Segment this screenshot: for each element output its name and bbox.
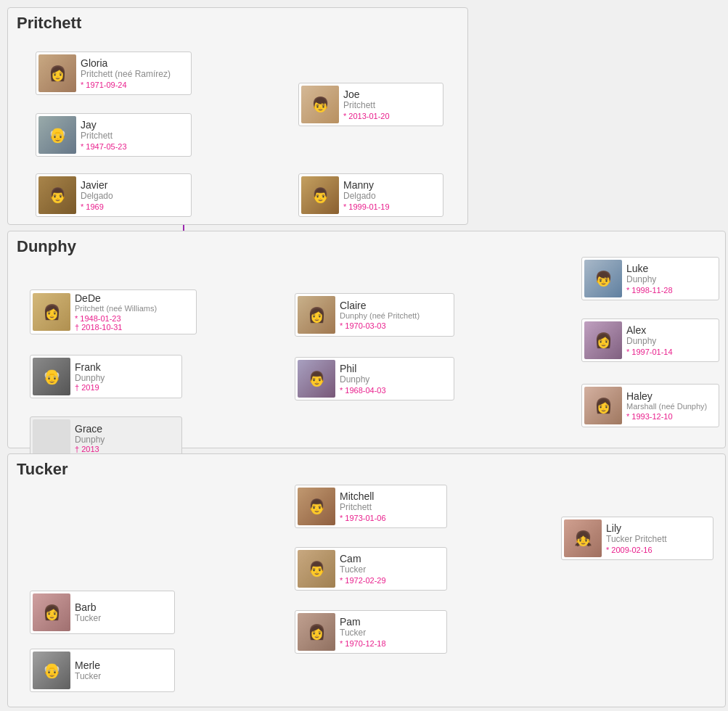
phil-card[interactable]: 👨 Phil Dunphy * 1968-04-03 [295,357,454,400]
lily-surname: Tucker Pritchett [606,534,667,544]
mitchell-card[interactable]: 👨 Mitchell Pritchett * 1973-01-06 [295,485,447,528]
pam-surname: Tucker [340,628,386,638]
alex-birth: * 1997-01-14 [626,348,673,356]
gloria-card[interactable]: 👩 Gloria Pritchett (neé Ramírez) * 1971-… [36,52,192,95]
jay-name: Jay [81,119,127,131]
dede-surname: Pritchett (neé Williams) [75,304,157,313]
alex-card[interactable]: 👩 Alex Dunphy * 1997-01-14 [581,318,719,362]
merle-name: Merle [75,659,101,671]
haley-birth: * 1993-12-10 [626,412,707,421]
cam-birth: * 1972-02-29 [340,576,386,585]
javier-birth: * 1969 [81,202,113,211]
haley-name: Haley [626,390,707,402]
tucker-title: Tucker [17,460,68,479]
jay-photo: 👴 [38,116,76,154]
jay-surname: Pritchett [81,131,127,141]
dede-card[interactable]: 👩 DeDe Pritchett (neé Williams) * 1948-0… [30,289,197,334]
joe-surname: Pritchett [343,100,390,110]
mitchell-photo: 👨 [298,488,335,525]
joe-birth: * 2013-01-20 [343,112,390,120]
barb-name: Barb [75,601,101,613]
frank-photo: 👴 [33,358,70,395]
pritchett-title: Pritchett [17,14,81,33]
manny-surname: Delgado [343,191,390,201]
dede-name: DeDe [75,292,157,304]
gloria-surname: Pritchett (neé Ramírez) [81,69,171,79]
javier-card[interactable]: 👨 Javier Delgado * 1969 [36,173,192,217]
claire-photo: 👩 [298,296,335,334]
dunphy-title: Dunphy [17,237,76,256]
grace-surname: Dunphy [75,435,105,445]
luke-photo: 👦 [584,260,622,297]
javier-surname: Delgado [81,191,113,201]
lily-photo: 👧 [564,519,602,557]
dede-birth: * 1948-01-23 [75,314,157,323]
family-tree: Pritchett 👩 Gloria Pritchett (neé Ramíre… [0,0,728,711]
mitchell-birth: * 1973-01-06 [340,514,386,522]
alex-photo: 👩 [584,321,622,359]
haley-surname: Marshall (neé Dunphy) [626,402,707,411]
cam-photo: 👨 [298,550,335,588]
phil-name: Phil [340,363,386,374]
cam-surname: Tucker [340,564,386,575]
barb-photo: 👩 [33,593,70,631]
pritchett-section: Pritchett 👩 Gloria Pritchett (neé Ramíre… [7,7,468,225]
luke-name: Luke [626,263,673,274]
jay-birth: * 1947-05-23 [81,142,127,151]
merle-card[interactable]: 👴 Merle Tucker [30,649,175,692]
luke-surname: Dunphy [626,274,673,284]
lily-card[interactable]: 👧 Lily Tucker Pritchett * 2009-02-16 [561,517,713,560]
phil-surname: Dunphy [340,374,386,385]
joe-photo: 👦 [301,86,339,123]
gloria-photo: 👩 [38,54,76,92]
pam-card[interactable]: 👩 Pam Tucker * 1970-12-18 [295,610,447,654]
frank-card[interactable]: 👴 Frank Dunphy † 2019 [30,355,182,398]
luke-birth: * 1998-11-28 [626,286,673,295]
gloria-birth: * 1971-09-24 [81,81,171,89]
claire-card[interactable]: 👩 Claire Dunphy (neé Pritchett) * 1970-0… [295,293,454,337]
frank-death: † 2019 [75,383,105,392]
barb-surname: Tucker [75,613,101,623]
joe-card[interactable]: 👦 Joe Pritchett * 2013-01-20 [298,83,443,126]
grace-death: † 2013 [75,445,105,453]
tucker-section: Tucker 👨 Mitchell Pritchett * 1973-01-06… [7,453,726,707]
javier-photo: 👨 [38,176,76,214]
frank-name: Frank [75,361,105,373]
dunphy-section: Dunphy 👩 DeDe Pritchett (neé Williams) *… [7,231,726,448]
manny-card[interactable]: 👨 Manny Delgado * 1999-01-19 [298,173,443,217]
dede-death: † 2018-10-31 [75,323,157,332]
alex-surname: Dunphy [626,336,673,346]
phil-birth: * 1968-04-03 [340,386,386,395]
dede-photo: 👩 [33,293,70,331]
phil-photo: 👨 [298,360,335,398]
barb-card[interactable]: 👩 Barb Tucker [30,591,175,634]
merle-photo: 👴 [33,652,70,689]
pam-birth: * 1970-12-18 [340,639,386,648]
cam-card[interactable]: 👨 Cam Tucker * 1972-02-29 [295,547,447,591]
joe-name: Joe [343,89,390,100]
frank-surname: Dunphy [75,373,105,383]
haley-card[interactable]: 👩 Haley Marshall (neé Dunphy) * 1993-12-… [581,384,719,427]
javier-name: Javier [81,179,113,191]
cam-name: Cam [340,553,386,564]
lily-name: Lily [606,522,667,534]
manny-birth: * 1999-01-19 [343,202,390,211]
luke-card[interactable]: 👦 Luke Dunphy * 1998-11-28 [581,257,719,300]
grace-photo [33,419,70,457]
claire-birth: * 1970-03-03 [340,321,420,330]
jay-card[interactable]: 👴 Jay Pritchett * 1947-05-23 [36,113,192,157]
alex-name: Alex [626,324,673,336]
grace-name: Grace [75,423,105,435]
mitchell-name: Mitchell [340,490,386,502]
claire-name: Claire [340,300,420,311]
pam-photo: 👩 [298,613,335,651]
mitchell-surname: Pritchett [340,502,386,512]
manny-photo: 👨 [301,176,339,214]
manny-name: Manny [343,179,390,191]
haley-photo: 👩 [584,387,622,424]
merle-surname: Tucker [75,671,101,681]
lily-birth: * 2009-02-16 [606,546,667,554]
pam-name: Pam [340,616,386,628]
claire-surname: Dunphy (neé Pritchett) [340,311,420,320]
gloria-name: Gloria [81,57,171,69]
